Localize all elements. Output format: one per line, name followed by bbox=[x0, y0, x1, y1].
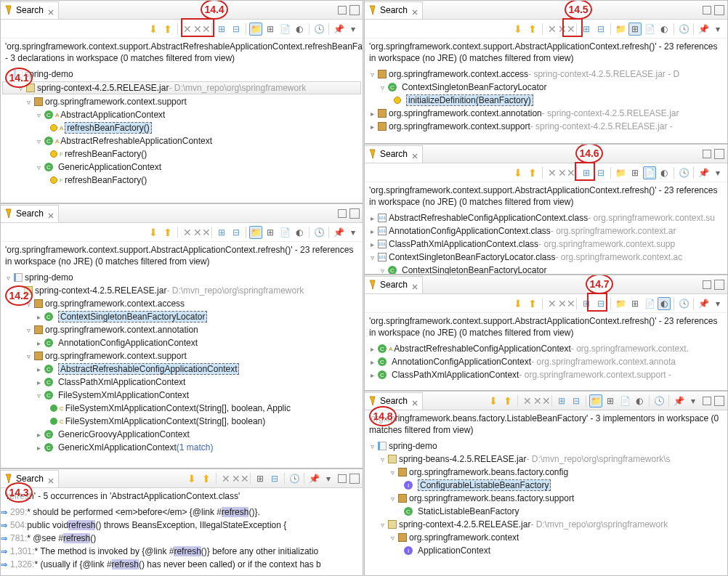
remove-all-icon[interactable]: ✕✕ bbox=[560, 166, 573, 179]
tree-row[interactable]: ▸CClassPathXmlApplicationContext - org.s… bbox=[365, 368, 727, 381]
tree-row[interactable]: ▿spring-context-4.2.5.RELEASE.jar - D:\m… bbox=[365, 518, 727, 531]
menu-icon[interactable]: ▾ bbox=[347, 226, 360, 239]
prev-match-icon[interactable]: ⬆ bbox=[501, 394, 514, 407]
tree-row[interactable]: ▿org.springframework.context.access - sp… bbox=[365, 68, 727, 81]
tree-row[interactable]: ▿org.springframework.beans.factory.confi… bbox=[365, 466, 727, 479]
collapse-icon[interactable]: ⊟ bbox=[230, 226, 243, 239]
maximize-icon[interactable] bbox=[349, 474, 360, 484]
prev-match-icon[interactable]: ⬆ bbox=[526, 297, 539, 310]
group-file-icon[interactable]: 📄 bbox=[643, 297, 656, 310]
pin-icon[interactable]: 📌 bbox=[307, 472, 320, 485]
minimize-icon[interactable] bbox=[703, 280, 711, 289]
group-type-icon[interactable]: ◐ bbox=[293, 226, 306, 239]
tab-search[interactable]: Search bbox=[1, 205, 59, 222]
history-icon[interactable]: 🕓 bbox=[312, 23, 325, 36]
group-project-icon[interactable]: 📁 bbox=[614, 166, 627, 179]
history-icon[interactable]: 🕓 bbox=[288, 472, 301, 485]
remove-all-icon[interactable]: ✕✕ bbox=[234, 472, 247, 485]
maximize-icon[interactable] bbox=[349, 208, 360, 219]
remove-match-icon[interactable]: ✕ bbox=[521, 394, 534, 407]
close-icon[interactable] bbox=[412, 151, 418, 157]
minimize-icon[interactable] bbox=[338, 209, 347, 218]
tree-row[interactable]: ▿org.springframework.context.support bbox=[1, 95, 363, 108]
group-file-icon[interactable]: 📄 bbox=[618, 394, 631, 407]
match-row[interactable]: ⇒1,301: * The method is invoked by {@lin… bbox=[1, 545, 363, 558]
collapse-icon[interactable]: ⊟ bbox=[594, 166, 607, 179]
group-project-icon[interactable]: 📁 bbox=[249, 23, 262, 36]
tree-row[interactable]: FrefreshBeanFactory() bbox=[1, 174, 363, 187]
pin-icon[interactable]: 📌 bbox=[697, 23, 710, 36]
tree-row[interactable]: ▸101AbstractRefreshableConfigApplication… bbox=[365, 211, 727, 224]
tree-row[interactable]: ▸101ClassPathXmlApplicationContext.class… bbox=[365, 238, 727, 251]
menu-icon[interactable]: ▾ bbox=[322, 472, 335, 485]
tree-row[interactable]: ▸CGenericXmlApplicationContext (1 match) bbox=[1, 441, 363, 454]
prev-match-icon[interactable]: ⬆ bbox=[200, 472, 213, 485]
match-row[interactable]: ⇒1,326: * (usually if {@link #refresh() … bbox=[1, 558, 363, 571]
pin-icon[interactable]: 📌 bbox=[332, 226, 345, 239]
menu-icon[interactable]: ▾ bbox=[347, 23, 360, 36]
group-package-icon[interactable]: ⊞ bbox=[264, 23, 277, 36]
minimize-icon[interactable] bbox=[703, 397, 711, 405]
group-type-icon[interactable]: ◐ bbox=[633, 394, 646, 407]
tree-row[interactable]: initializeDefinition(BeanFactory) bbox=[365, 94, 727, 107]
tree-row[interactable]: ▸CAAbstractRefreshableConfigApplicationC… bbox=[365, 342, 727, 355]
match-row[interactable]: ⇒781: * @see #refresh() bbox=[1, 532, 363, 545]
maximize-icon[interactable] bbox=[349, 5, 360, 15]
remove-match-icon[interactable]: ✕ bbox=[546, 166, 559, 179]
remove-all-icon[interactable]: ✕✕ bbox=[195, 226, 209, 239]
maximize-icon[interactable] bbox=[714, 149, 724, 159]
tree-row[interactable]: ▸CContextSingletonBeanFactoryLocator bbox=[1, 310, 363, 323]
group-package-icon[interactable]: ⊞ bbox=[604, 394, 617, 407]
tree-row[interactable]: ▿spring-beans-4.2.5.RELEASE.jar - D:\mvn… bbox=[365, 453, 727, 466]
tree-row[interactable]: ▿101ContextSingletonBeanFactoryLocator.c… bbox=[365, 251, 727, 264]
history-icon[interactable]: 🕓 bbox=[312, 226, 325, 239]
tree-row[interactable]: ▿CAAbstractApplicationContext bbox=[1, 108, 363, 121]
tree-row[interactable]: ▿CAAbstractRefreshableApplicationContext bbox=[1, 134, 363, 147]
tree-row[interactable]: CFileSystemXmlApplicationContext(String[… bbox=[1, 402, 363, 415]
maximize-icon[interactable] bbox=[714, 280, 724, 290]
minimize-icon[interactable] bbox=[338, 474, 347, 483]
prev-match-icon[interactable]: ⬆ bbox=[161, 226, 174, 239]
group-project-icon[interactable]: 📁 bbox=[614, 23, 627, 36]
pin-icon[interactable]: 📌 bbox=[332, 23, 345, 36]
match-row[interactable]: ⇒299: * should be performed <em>before</… bbox=[1, 506, 363, 519]
expand-icon[interactable]: ⊞ bbox=[215, 23, 228, 36]
tab-search[interactable]: Search bbox=[365, 392, 423, 410]
tree-row[interactable]: CStaticListableBeanFactory bbox=[365, 505, 727, 518]
history-icon[interactable]: 🕓 bbox=[677, 166, 690, 179]
minimize-icon[interactable] bbox=[338, 6, 347, 15]
tree-row[interactable]: ▸101AnnotationConfigApplicationContext.c… bbox=[365, 224, 727, 238]
tree-row[interactable]: ▿org.springframework.context.annotation bbox=[1, 323, 363, 336]
group-file-icon[interactable]: 📄 bbox=[643, 166, 656, 179]
collapse-icon[interactable]: ⊟ bbox=[230, 23, 243, 36]
close-icon[interactable] bbox=[48, 7, 54, 13]
tree-row[interactable]: ▸CAbstractRefreshableConfigApplicationCo… bbox=[1, 362, 363, 376]
close-icon[interactable] bbox=[412, 7, 418, 13]
tab-search[interactable]: Search bbox=[365, 1, 423, 19]
prev-match-icon[interactable]: ⬆ bbox=[526, 166, 539, 179]
tree-row[interactable]: ▸CClassPathXmlApplicationContext bbox=[1, 376, 363, 389]
group-type-icon[interactable]: ◐ bbox=[658, 297, 671, 310]
group-type-icon[interactable]: ◐ bbox=[658, 23, 671, 36]
menu-icon[interactable]: ▾ bbox=[687, 394, 700, 407]
history-icon[interactable]: 🕓 bbox=[677, 297, 690, 310]
remove-all-icon[interactable]: ✕✕ bbox=[535, 394, 549, 407]
close-icon[interactable] bbox=[48, 211, 54, 216]
maximize-icon[interactable] bbox=[714, 5, 724, 15]
remove-all-icon[interactable]: ✕✕ bbox=[560, 297, 573, 310]
prev-match-icon[interactable]: ⬆ bbox=[161, 23, 174, 36]
group-file-icon[interactable]: 📄 bbox=[278, 23, 291, 36]
collapse-icon[interactable]: ⊟ bbox=[594, 23, 607, 36]
menu-icon[interactable]: ▾ bbox=[711, 23, 724, 36]
tree-icon[interactable]: ⊞ bbox=[254, 472, 267, 485]
remove-match-icon[interactable]: ✕ bbox=[546, 297, 559, 310]
close-icon[interactable] bbox=[412, 398, 418, 404]
pin-icon[interactable]: 📌 bbox=[697, 166, 710, 179]
tree-row[interactable]: ▸org.springframework.context.annotation … bbox=[365, 107, 727, 120]
tab-search[interactable]: Search bbox=[1, 1, 59, 19]
group-project-icon[interactable]: 📁 bbox=[589, 394, 602, 407]
tree-row[interactable]: ▿CFileSystemXmlApplicationContext bbox=[1, 389, 363, 402]
history-icon[interactable]: 🕓 bbox=[652, 394, 666, 407]
pin-icon[interactable]: 📌 bbox=[697, 297, 710, 310]
close-icon[interactable] bbox=[48, 476, 54, 482]
